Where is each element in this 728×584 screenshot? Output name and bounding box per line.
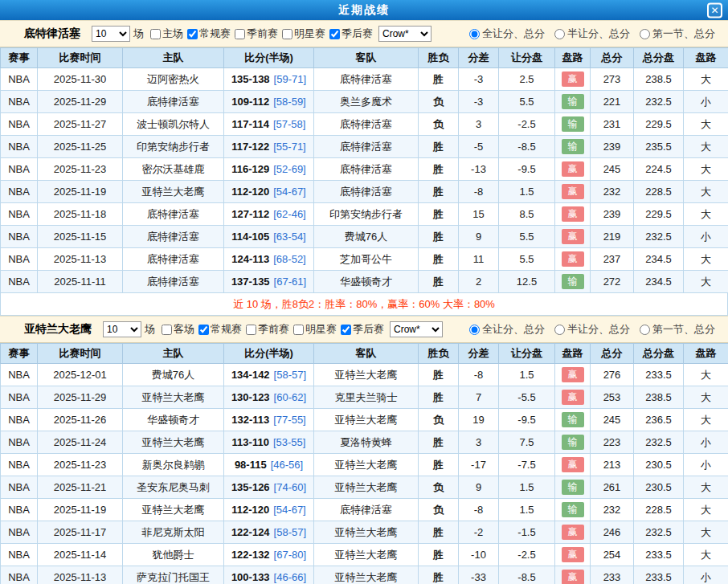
filter-checkbox[interactable]	[293, 325, 304, 335]
handicap-result-badge: 输	[562, 274, 584, 289]
result-cell: 胜	[419, 271, 459, 293]
half-score: [62-46]	[273, 208, 305, 220]
date-cell: 2025-11-13	[38, 248, 123, 271]
away-team-cell: 克里夫兰骑士	[314, 386, 419, 409]
filter-checkbox[interactable]	[162, 325, 172, 335]
total-line-cell: 232.5	[634, 431, 684, 454]
final-score: 122-124	[231, 526, 270, 538]
odds-type-radio[interactable]	[469, 325, 480, 335]
filter-label: 常规赛	[211, 322, 242, 337]
filter-option[interactable]: 季前赛	[246, 322, 289, 337]
filter-option[interactable]: 季后赛	[341, 322, 384, 337]
handicap-result-badge: 赢	[562, 390, 584, 405]
odds-type-option[interactable]: 第一节、总分	[640, 322, 715, 337]
final-score: 137-135	[231, 276, 270, 288]
odds-type-radio[interactable]	[640, 325, 650, 335]
score-cell: 112-120[54-67]	[224, 181, 314, 203]
bookmaker-select[interactable]: Crow*	[390, 321, 443, 337]
handicap-result-cell: 赢	[555, 203, 591, 226]
game-row: NBA2025-11-18底特律活塞127-112[62-46]印第安纳步行者胜…	[1, 203, 728, 226]
column-header: 盘路	[684, 48, 728, 68]
total-line-cell: 235.5	[634, 136, 684, 158]
margin-cell: 9	[459, 476, 499, 499]
result-cell: 负	[419, 91, 459, 113]
final-score: 113-110	[232, 436, 269, 448]
filter-checkbox[interactable]	[282, 29, 292, 39]
section-header: 亚特兰大老鹰 10 场 客场常规赛季前赛明星赛季后赛 Crow* 全让分、总分半…	[0, 316, 728, 343]
filter-label: 季前赛	[258, 322, 289, 337]
column-header: 总分盘	[634, 344, 684, 364]
filter-label: 季后赛	[353, 322, 384, 337]
column-header: 让分盘	[499, 344, 555, 364]
filter-checkbox[interactable]	[187, 29, 198, 39]
odds-type-option[interactable]: 半让分、总分	[554, 322, 630, 337]
filter-checkbox[interactable]	[150, 29, 161, 39]
column-header: 主队	[123, 344, 224, 364]
handicap-line-cell: -8.5	[499, 136, 555, 158]
score-cell: 122-124[58-57]	[224, 521, 314, 544]
game-row: NBA2025-11-14犹他爵士122-132[67-80]亚特兰大老鹰胜-1…	[1, 544, 728, 566]
game-row: NBA2025-11-30迈阿密热火135-138[59-71]底特律活塞胜-3…	[1, 68, 728, 91]
games-tbody: NBA2025-11-30迈阿密热火135-138[59-71]底特律活塞胜-3…	[1, 68, 728, 293]
margin-cell: 3	[459, 431, 499, 454]
handicap-result-cell: 赢	[555, 566, 591, 584]
filter-option[interactable]: 季前赛	[235, 27, 278, 41]
ou-result-cell: 小	[684, 454, 728, 476]
league-cell: NBA	[1, 521, 38, 544]
away-team-cell: 华盛顿奇才	[314, 271, 419, 293]
filter-checkbox[interactable]	[329, 29, 340, 39]
game-row: NBA2025-12-01费城76人134-142[58-57]亚特兰大老鹰胜-…	[1, 364, 728, 386]
score-cell: 116-129[52-69]	[224, 158, 314, 181]
filter-checkbox[interactable]	[198, 325, 209, 335]
total-cell: 237	[591, 248, 634, 271]
filter-option[interactable]: 季后赛	[329, 27, 373, 41]
bookmaker-select[interactable]: Crow*	[378, 26, 431, 42]
odds-type-radio[interactable]	[640, 29, 650, 39]
filter-option[interactable]: 常规赛	[187, 27, 231, 41]
filter-option[interactable]: 常规赛	[198, 322, 242, 337]
odds-type-radio[interactable]	[469, 29, 480, 39]
total-cell: 272	[591, 271, 634, 293]
odds-type-radio[interactable]	[554, 325, 565, 335]
total-cell: 261	[591, 476, 634, 499]
filter-option[interactable]: 主场	[150, 27, 183, 41]
final-score: 112-120	[231, 186, 269, 198]
margin-cell: 9	[459, 226, 499, 248]
odds-type-option[interactable]: 全让分、总分	[469, 27, 545, 41]
filter-option[interactable]: 客场	[162, 322, 194, 337]
odds-type-label: 全让分、总分	[482, 27, 545, 41]
total-cell: 219	[591, 226, 634, 248]
filter-checkbox[interactable]	[235, 29, 245, 39]
handicap-result-badge: 赢	[562, 525, 584, 540]
home-team-cell: 底特律活塞	[123, 271, 224, 293]
games-count-select[interactable]: 10	[92, 26, 130, 42]
handicap-result-cell: 输	[555, 409, 591, 431]
games-count-select[interactable]: 10	[103, 321, 141, 337]
away-team-cell: 亚特兰大老鹰	[314, 364, 419, 386]
column-header: 赛事	[1, 48, 38, 68]
odds-type-option[interactable]: 第一节、总分	[640, 27, 715, 41]
filter-checkbox[interactable]	[246, 325, 256, 335]
handicap-result-badge: 输	[562, 139, 584, 154]
home-team-cell: 犹他爵士	[123, 544, 224, 566]
margin-cell: -5	[459, 136, 499, 158]
home-team-cell: 印第安纳步行者	[123, 136, 224, 158]
odds-type-radio[interactable]	[554, 29, 565, 39]
total-line-cell: 230.5	[634, 454, 684, 476]
filter-option[interactable]: 明星赛	[293, 322, 337, 337]
handicap-result-badge: 赢	[562, 71, 584, 87]
close-icon[interactable]: ✕	[707, 2, 722, 18]
score-cell: 127-112[62-46]	[224, 203, 314, 226]
filter-checkbox[interactable]	[341, 325, 351, 335]
odds-type-option[interactable]: 半让分、总分	[554, 27, 630, 41]
game-row: NBA2025-11-17菲尼克斯太阳122-124[58-57]亚特兰大老鹰胜…	[1, 521, 728, 544]
home-team-cell: 菲尼克斯太阳	[123, 521, 224, 544]
half-score: [58-57]	[274, 369, 306, 381]
away-team-cell: 亚特兰大老鹰	[314, 566, 419, 584]
league-cell: NBA	[1, 499, 38, 521]
handicap-result-badge: 赢	[562, 367, 584, 382]
odds-type-option[interactable]: 全让分、总分	[469, 322, 545, 337]
filter-option[interactable]: 明星赛	[282, 27, 325, 41]
game-row: NBA2025-11-13底特律活塞124-113[68-52]芝加哥公牛胜11…	[1, 248, 728, 271]
margin-cell: -8	[459, 181, 499, 203]
